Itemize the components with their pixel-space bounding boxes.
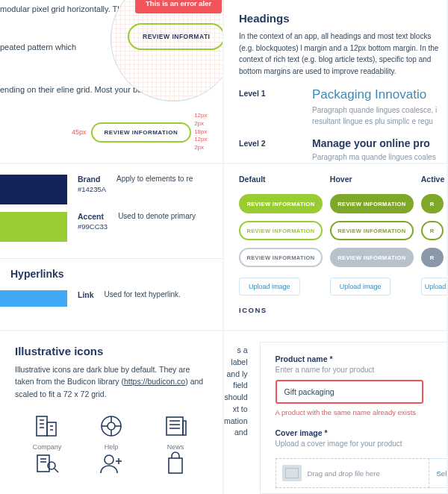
- section-title: Headings: [239, 12, 447, 25]
- svg-rect-18: [37, 455, 49, 472]
- upload-link[interactable]: Upload image: [239, 278, 300, 296]
- annotation-measure: 12px: [194, 136, 207, 144]
- svg-rect-13: [167, 417, 183, 435]
- company-icon: [32, 413, 62, 439]
- field-hint: Upload a cover image for your product: [276, 440, 447, 448]
- swatch-accent: [0, 212, 67, 242]
- swatch-link: [0, 290, 67, 307]
- svg-point-23: [105, 455, 113, 464]
- outline-button-hover[interactable]: REVIEW INFORMATION: [330, 221, 414, 240]
- icon-label: Company: [15, 443, 79, 451]
- dropzone-text: Drag and drop file here: [308, 469, 429, 478]
- annotation-text: s a label and ly field should xt to mati…: [224, 342, 248, 494]
- review-button-sample: REVIEW INFORMATION: [91, 122, 192, 143]
- panel-form: s a label and ly field should xt to mati…: [224, 331, 447, 494]
- news-icon: [161, 413, 190, 439]
- shopping-bag-icon: [161, 451, 190, 476]
- section-title: Hyperlinks: [10, 268, 223, 280]
- panel-colors: Brand #14235A Apply to elements to re Ac…: [0, 164, 223, 330]
- budicon-link[interactable]: https://budicon.co: [124, 377, 185, 386]
- swatch-name: Link: [78, 290, 94, 299]
- swatch-hex: #99CC33: [78, 222, 108, 231]
- annotation-measure: 18px: [194, 128, 207, 137]
- upload-link-active[interactable]: Upload: [421, 278, 447, 296]
- field-label: Cover image *: [276, 428, 447, 437]
- level-label: Level 2: [239, 137, 278, 163]
- swatch-hex: #14235A: [78, 185, 106, 193]
- swatch-desc: Used to denote primary: [118, 212, 196, 242]
- svg-line-22: [55, 469, 58, 472]
- error-alert: This is an error aler: [135, 0, 222, 13]
- primary-button[interactable]: REVIEW INFORMATION: [239, 194, 323, 213]
- annotation-measure: 2px: [194, 144, 207, 152]
- annotation-measure: 12px: [194, 112, 207, 120]
- product-name-input[interactable]: [276, 380, 423, 404]
- swatch-brand: [0, 175, 67, 204]
- icon-label: Help: [79, 443, 143, 451]
- level-label: Level 1: [239, 87, 278, 127]
- outline-button-active[interactable]: R: [421, 221, 444, 240]
- svg-rect-26: [169, 458, 182, 473]
- swatch-desc: Used for text hyperlink.: [105, 290, 181, 307]
- heading-level1-sample: Packaging Innovatio: [312, 87, 447, 102]
- section-intro: In the context of an app, all headings a…: [239, 31, 447, 77]
- help-icon: [96, 413, 126, 439]
- swatch-desc: Apply to elements to re: [116, 175, 193, 204]
- button-spacing-annotation: 45px REVIEW INFORMATION 12px 2px 18px 12…: [72, 112, 208, 152]
- field-hint: Enter a name for your product: [276, 366, 447, 374]
- state-header: Active: [421, 175, 447, 184]
- paragraph-sample: Paragraph ma quande lingues coales resul…: [312, 152, 447, 163]
- panel-headings: Headings In the context of an app, all h…: [224, 0, 447, 163]
- secondary-button-hover[interactable]: REVIEW INFORMATION: [330, 248, 414, 267]
- swatch-name: Brand: [78, 175, 106, 184]
- icon-label: News: [143, 443, 208, 451]
- field-label: Product name *: [276, 354, 447, 363]
- icons-label: ICONS: [239, 306, 447, 314]
- upload-link-hover[interactable]: Upload image: [330, 278, 391, 296]
- search-doc-icon: [32, 451, 62, 476]
- panel-buttons: Default REVIEW INFORMATION REVIEW INFORM…: [224, 164, 447, 330]
- annotation-measure: 45px: [72, 128, 87, 136]
- state-header: Default: [239, 175, 330, 184]
- section-title: Illustrative icons: [15, 345, 208, 357]
- svg-rect-0: [37, 416, 47, 436]
- file-dropzone[interactable]: Drag and drop file here: [276, 458, 429, 488]
- primary-button-hover[interactable]: REVIEW INFORMATION: [330, 194, 414, 213]
- select-file-button[interactable]: Select: [429, 458, 447, 488]
- paragraph-sample: Paragraph quande lingues coalesce, i res…: [312, 105, 447, 127]
- outline-button[interactable]: REVIEW INFORMATION: [239, 221, 323, 240]
- section-desc: Illustrative icons are dark blue by defa…: [15, 363, 208, 400]
- svg-rect-1: [47, 422, 56, 436]
- add-user-icon: [96, 451, 126, 476]
- svg-point-8: [108, 422, 115, 430]
- primary-button-active[interactable]: R: [421, 194, 444, 213]
- heading-level2-sample: Manage your online pro: [312, 137, 447, 149]
- secondary-button[interactable]: REVIEW INFORMATION: [239, 248, 323, 267]
- review-button-zoomed: REVIEW INFORMATI: [128, 23, 223, 50]
- image-placeholder-icon: [282, 465, 302, 481]
- panel-illustrative-icons: Illustrative icons Illustrative icons ar…: [0, 331, 223, 494]
- annotation-measure: 2px: [194, 120, 207, 128]
- swatch-name: Accent: [78, 212, 108, 221]
- panel-grid-baseline: modular pixel grid horizontally. This be…: [0, 0, 223, 163]
- svg-rect-14: [183, 421, 186, 435]
- secondary-button-active[interactable]: R: [421, 248, 444, 267]
- field-error: A product with the same name already exi…: [276, 408, 447, 416]
- state-header: Hover: [330, 175, 421, 184]
